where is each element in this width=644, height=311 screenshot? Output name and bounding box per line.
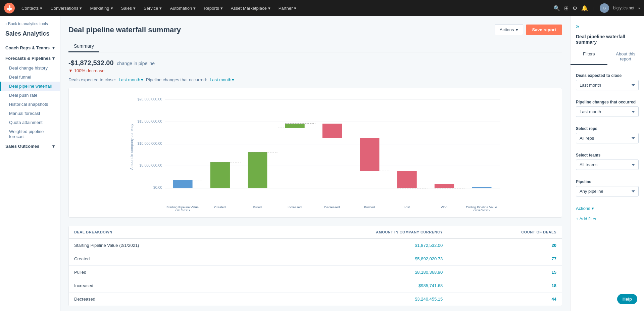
sidebar-section-sales-outcomes: Sales Outcomes ▾ <box>0 141 60 151</box>
panel-tab-about[interactable]: About this report <box>607 49 644 65</box>
sidebar-section-forecasts-header[interactable]: Forecasts & Pipelines ▾ <box>0 53 60 63</box>
panel-actions-link[interactable]: Actions ▾ <box>571 203 644 214</box>
sidebar-section-coach-header[interactable]: Coach Reps & Teams ▾ <box>0 43 60 53</box>
nav-contacts[interactable]: Contacts ▾ <box>17 0 46 16</box>
panel-filter-select-4[interactable]: Any pipeline <box>576 186 639 196</box>
sidebar-item-deal-change-history[interactable]: Deal change history <box>0 63 60 73</box>
table-row: Pulled $8,180,368.90 15 <box>69 266 562 279</box>
sidebar-item-deal-push-rate[interactable]: Deal push rate <box>0 91 60 100</box>
decrease-arrow-icon: ▼ <box>68 68 73 73</box>
nav-conversations[interactable]: Conversations ▾ <box>46 0 86 16</box>
report-tabs: Summary <box>68 41 562 52</box>
table-cell-label: Created <box>69 252 256 266</box>
sidebar-item-weighted-pipeline-forecast[interactable]: Weighted pipeline forecast <box>0 127 60 141</box>
table-cell-count: 18 <box>448 279 562 293</box>
sidebar-item-historical-snapshots[interactable]: Historical snapshots <box>0 100 60 109</box>
nav-partner[interactable]: Partner ▾ <box>275 0 301 16</box>
panel-filter-section-3: Select teams All teams <box>571 150 644 177</box>
table-cell-label: Decreased <box>69 293 256 306</box>
table-cell-label: Increased <box>69 279 256 293</box>
panel-filter-select-1[interactable]: Last monthThis monthLast quarterThis qua… <box>576 106 639 117</box>
col-amount: AMOUNT IN COMPANY CURRENCY <box>256 226 448 238</box>
waterfall-chart-svg: $20,000,000.00 $15,000,000.00 $10,000,00… <box>74 93 556 211</box>
svg-text:Increased: Increased <box>288 205 302 209</box>
table-cell-count: 44 <box>448 293 562 306</box>
svg-text:Amount in company currency: Amount in company currency <box>130 124 134 170</box>
panel-filter-section-4: Pipeline Any pipeline <box>571 177 644 203</box>
svg-rect-32 <box>397 171 416 188</box>
nav-service[interactable]: Service ▾ <box>140 0 166 16</box>
panel-filter-select-3[interactable]: All teams <box>576 160 639 170</box>
chevron-down-icon-2: ▾ <box>52 56 55 61</box>
sidebar-item-manual-forecast[interactable]: Manual forecast <box>0 109 60 118</box>
filter2-chevron-icon: ▾ <box>232 77 234 82</box>
notifications-icon[interactable]: 🔔 <box>581 5 588 11</box>
actions-chevron-icon: ▾ <box>516 27 518 32</box>
svg-rect-35 <box>435 184 454 188</box>
tab-summary[interactable]: Summary <box>68 41 99 52</box>
svg-rect-38 <box>472 187 491 188</box>
save-report-button[interactable]: Save report <box>526 25 562 35</box>
nav-marketing[interactable]: Marketing ▾ <box>86 0 117 16</box>
panel-filter-label: Pipeline <box>576 179 639 184</box>
svg-rect-19 <box>248 152 267 188</box>
panel-tab-filters[interactable]: Filters <box>571 49 607 65</box>
deals-filter-link[interactable]: Last month ▾ <box>119 77 143 82</box>
panel-filter-label: Deals expected to close <box>576 73 639 78</box>
panel-filters: Deals expected to close Last monthThis m… <box>571 71 644 203</box>
table-cell-amount: $5,892,020.73 <box>256 252 448 266</box>
filters-row: Deals expected to close: Last month ▾ Pi… <box>68 77 562 82</box>
panel-filter-label: Select reps <box>576 126 639 131</box>
sidebar-back-link[interactable]: ‹ Back to analytics tools <box>0 21 60 30</box>
report-title: Deal pipeline waterfall summary <box>68 26 181 34</box>
chevron-down-icon: ▾ <box>52 45 55 50</box>
pipeline-filter-link[interactable]: Last month ▾ <box>210 77 234 82</box>
svg-text:$5,000,000.00: $5,000,000.00 <box>140 163 162 167</box>
panel-filter-select-0[interactable]: Last monthThis monthLast quarterThis qua… <box>576 80 639 90</box>
sidebar-section-sales-outcomes-header[interactable]: Sales Outcomes ▾ <box>0 141 60 151</box>
panel-filter-label: Pipeline changes that occurred <box>576 100 639 104</box>
settings-icon[interactable]: ⚙ <box>573 5 577 11</box>
nav-reports[interactable]: Reports ▾ <box>200 0 227 16</box>
right-panel: » Deal pipeline waterfall summary Filter… <box>570 16 644 311</box>
table-cell-label: Pulled <box>69 266 256 279</box>
svg-rect-23 <box>285 124 304 128</box>
apps-icon[interactable]: ⊞ <box>564 5 568 11</box>
col-deal-breakdown: DEAL BREAKDOWN <box>69 226 256 238</box>
sidebar-item-deal-funnel[interactable]: Deal funnel <box>0 73 60 82</box>
nav-asset-marketplace[interactable]: Asset Marketplace ▾ <box>227 0 275 16</box>
nav-automation[interactable]: Automation ▾ <box>166 0 200 16</box>
table-cell-amount: $8,180,368.90 <box>256 266 448 279</box>
svg-text:Lost: Lost <box>404 205 410 209</box>
sidebar-item-deal-pipeline-waterfall[interactable]: Deal pipeline waterfall <box>0 82 60 91</box>
table-row: Starting Pipeline Value (2/1/2021) $1,87… <box>69 238 562 252</box>
back-arrow-icon: ‹ <box>5 21 7 26</box>
chart-container: $20,000,000.00 $15,000,000.00 $10,000,00… <box>68 88 562 218</box>
search-icon[interactable]: 🔍 <box>553 5 560 11</box>
panel-filter-select-2[interactable]: All reps <box>576 133 639 143</box>
nav-items: Contacts ▾ Conversations ▾ Marketing ▾ S… <box>17 0 553 16</box>
svg-rect-29 <box>360 138 379 171</box>
main-content: Deal pipeline waterfall summary Actions … <box>60 16 570 311</box>
svg-text:(2/28/2021): (2/28/2021) <box>473 209 490 211</box>
help-button[interactable]: Help <box>617 294 637 304</box>
col-count: COUNT OF DEALS <box>448 226 562 238</box>
table-cell-amount: $985,741.68 <box>256 279 448 293</box>
summary-stats: -$1,872,532.00 change in pipeline ▼ 100%… <box>68 59 562 73</box>
account-chevron-icon[interactable]: ▾ <box>638 6 640 10</box>
avatar[interactable]: B <box>600 3 609 13</box>
actions-button[interactable]: Actions ▾ <box>495 24 524 35</box>
sidebar-item-quota-attainment[interactable]: Quota attainment <box>0 118 60 127</box>
nav-sales[interactable]: Sales ▾ <box>117 0 140 16</box>
deal-breakdown-table: DEAL BREAKDOWN AMOUNT IN COMPANY CURRENC… <box>69 226 562 306</box>
chevron-down-icon-3: ▾ <box>52 144 55 149</box>
nav-right: 🔍 ⊞ ⚙ 🔔 | B biglytics.net ▾ <box>553 3 640 13</box>
add-filter-button[interactable]: + Add filter <box>571 214 644 224</box>
panel-toggle-button[interactable]: » <box>571 20 644 33</box>
panel-filter-section-2: Select reps All reps <box>571 124 644 150</box>
svg-rect-26 <box>323 124 342 138</box>
hubspot-logo[interactable] <box>4 3 15 13</box>
svg-text:Won: Won <box>441 205 447 209</box>
table-cell-count: 15 <box>448 266 562 279</box>
table-row: Increased $985,741.68 18 <box>69 279 562 293</box>
